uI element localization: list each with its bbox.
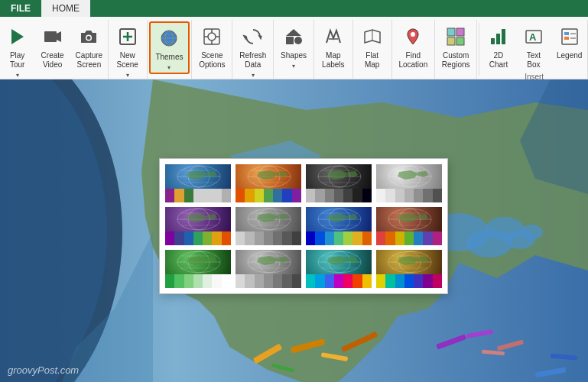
- play-tour-arrow: ▾: [16, 72, 19, 79]
- theme-item[interactable]: [235, 249, 302, 289]
- text-box-button[interactable]: A Text Box: [517, 21, 551, 71]
- svg-rect-30: [456, 37, 464, 45]
- theme-globe: [376, 164, 442, 189]
- color-swatch: [423, 189, 432, 202]
- theme-item[interactable]: [164, 249, 232, 289]
- color-swatch: [212, 274, 221, 288]
- svg-rect-53: [436, 334, 466, 349]
- new-scene-icon: [115, 24, 140, 49]
- color-swatch: [343, 274, 352, 288]
- capture-screen-button[interactable]: Capture Screen: [71, 21, 108, 71]
- play-tour-button[interactable]: Play Tour ▾: [1, 21, 34, 80]
- color-swatch: [334, 231, 343, 245]
- map-labels-button[interactable]: Map Labels: [317, 21, 350, 71]
- play-icon: [5, 24, 30, 49]
- refresh-icon: [241, 24, 265, 49]
- legend-button[interactable]: Legend: [552, 21, 586, 62]
- play-tour-label: Play Tour: [10, 51, 24, 70]
- flat-map-button[interactable]: Flat Map: [356, 21, 389, 71]
- refresh-data-button[interactable]: Refresh Data ▾: [235, 21, 271, 80]
- home-tab[interactable]: HOME: [41, 0, 90, 17]
- color-swatch: [212, 231, 221, 245]
- new-scene-button[interactable]: New Scene ▾: [111, 21, 145, 80]
- color-swatch: [165, 189, 174, 202]
- svg-rect-33: [502, 29, 505, 44]
- svg-rect-49: [253, 344, 283, 364]
- map-labels-icon: [321, 24, 346, 49]
- color-swatch: [165, 274, 174, 288]
- theme-color-bar: [376, 274, 442, 288]
- svg-marker-23: [286, 29, 301, 36]
- theme-item[interactable]: [375, 206, 443, 246]
- theme-item[interactable]: [375, 249, 443, 289]
- color-swatch: [343, 231, 352, 245]
- color-swatch: [255, 274, 264, 288]
- find-location-label: Find Location: [398, 51, 427, 70]
- text-box-label: Text Box: [527, 51, 541, 70]
- color-swatch: [385, 189, 395, 202]
- color-swatch: [184, 189, 193, 202]
- color-swatch: [203, 231, 212, 245]
- color-swatch: [433, 189, 442, 202]
- ribbon-group-flatmap: Flat Map: [353, 20, 392, 79]
- color-swatch: [282, 274, 291, 288]
- svg-rect-57: [535, 367, 567, 378]
- color-swatch: [315, 274, 324, 288]
- ribbon-group-tour: Play Tour ▾ Create Video: [0, 20, 109, 79]
- file-tab[interactable]: FILE: [0, 0, 41, 17]
- color-swatch: [362, 189, 372, 202]
- legend-icon: [557, 24, 582, 49]
- color-swatch: [352, 274, 362, 288]
- theme-item[interactable]: [235, 163, 302, 203]
- find-location-button[interactable]: Find Location: [394, 21, 432, 71]
- theme-color-bar: [165, 274, 231, 288]
- color-swatch: [433, 231, 442, 245]
- shapes-button[interactable]: Shapes ▾: [276, 21, 311, 71]
- chart-icon: [486, 24, 511, 49]
- create-video-button[interactable]: Create Video: [36, 21, 70, 71]
- custom-regions-button[interactable]: Custom Regions: [437, 21, 475, 71]
- theme-item[interactable]: [375, 163, 443, 203]
- theme-item[interactable]: [235, 206, 302, 246]
- theme-color-bar: [236, 274, 301, 288]
- scene-options-button[interactable]: Scene Options: [194, 21, 229, 71]
- color-swatch: [292, 189, 301, 202]
- color-swatch: [174, 274, 184, 288]
- create-video-label: Create Video: [41, 51, 64, 70]
- ribbon-group-sceneopts: Scene Options: [192, 20, 232, 79]
- svg-rect-51: [321, 352, 349, 361]
- color-swatch: [325, 231, 334, 245]
- color-swatch: [352, 231, 362, 245]
- 2d-chart-button[interactable]: 2D Chart: [482, 21, 515, 71]
- theme-color-bar: [236, 231, 301, 245]
- color-swatch: [385, 274, 395, 288]
- theme-item[interactable]: [164, 163, 232, 203]
- color-swatch: [414, 189, 423, 202]
- color-swatch: [245, 231, 254, 245]
- theme-globe: [165, 250, 231, 274]
- shapes-arrow: ▾: [292, 63, 295, 70]
- svg-rect-58: [551, 354, 577, 361]
- color-swatch: [334, 274, 343, 288]
- theme-globe: [165, 207, 231, 231]
- theme-item[interactable]: [164, 206, 232, 246]
- theme-item[interactable]: [305, 206, 372, 246]
- refresh-arrow: ▾: [252, 72, 255, 79]
- themes-button[interactable]: Themes ▾: [149, 21, 189, 74]
- theme-globe: [165, 164, 231, 189]
- map-area: groovyPost.com: [0, 79, 588, 382]
- ribbon-group-refresh: Refresh Data ▾: [232, 20, 274, 79]
- theme-item[interactable]: [305, 163, 372, 203]
- theme-color-bar: [236, 189, 301, 202]
- refresh-data-label: Refresh Data: [239, 51, 266, 70]
- svg-rect-31: [491, 38, 495, 44]
- svg-rect-39: [564, 37, 569, 40]
- color-swatch: [315, 231, 324, 245]
- color-swatch: [273, 189, 282, 202]
- color-swatch: [245, 274, 254, 288]
- new-scene-arrow: ▾: [126, 72, 129, 79]
- theme-item[interactable]: [305, 249, 372, 289]
- color-swatch: [236, 189, 245, 202]
- color-swatch: [306, 189, 315, 202]
- color-swatch: [292, 274, 301, 288]
